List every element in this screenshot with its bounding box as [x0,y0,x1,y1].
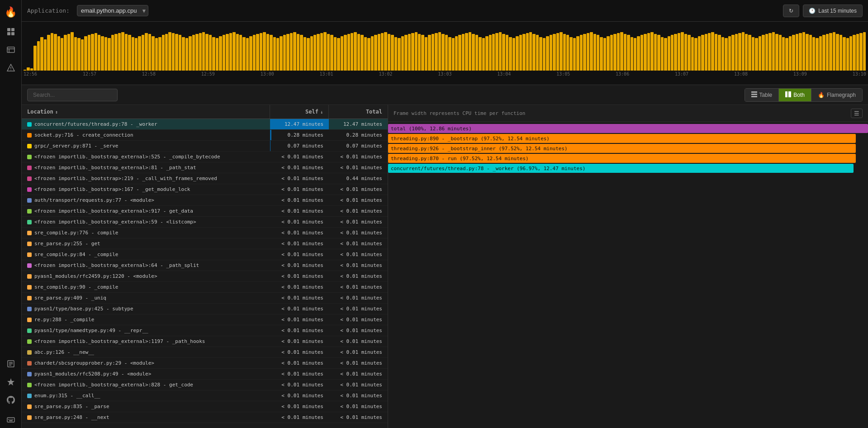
flame-bar[interactable]: total (100%, 12.86 minutes) [388,124,868,133]
view-both-button[interactable]: Both [779,89,811,101]
cell-location: sre_compile.py:776 - compile [22,228,270,238]
app-select[interactable]: email.python.app.cpu other.app [77,5,148,16]
timeline-bar [607,36,609,71]
view-flamegraph-label: Flamegraph [827,92,856,98]
table-row[interactable]: <frozen importlib._bootstrap>:167 - _get… [22,184,388,195]
sidebar-item-keyboard[interactable] [3,412,19,428]
timeline-bar [816,38,818,71]
timeline-bar [674,34,677,71]
table-row[interactable]: <frozen importlib._bootstrap>:219 - _cal… [22,173,388,184]
sidebar-item-dashboard[interactable] [3,24,19,40]
timeline-chart[interactable] [22,25,868,71]
timeline-bar [526,33,529,71]
refresh-icon: ↻ [789,8,793,14]
view-flamegraph-button[interactable]: 🔥 Flamegraph [811,89,862,101]
col-self-label: Self [305,109,318,115]
flamegraph-menu-button[interactable]: ☰ [851,109,863,118]
view-table-button[interactable]: Table [745,89,779,101]
table-row[interactable]: pyasn1_modules/rfc5208.py:49 - <module><… [22,369,388,380]
timeline-bar [556,33,559,71]
timeline-label: 13:01 [320,71,333,76]
table-row[interactable]: sre_parse.py:835 - _parse< 0.01 minutes<… [22,401,388,412]
flame-bar[interactable]: threading.py:870 - run (97.52%, 12.54 mi… [388,154,856,163]
col-header-total[interactable]: Total [329,105,388,119]
timeline-bar [283,35,286,71]
time-range-button[interactable]: 🕐 Last 15 minutes [803,5,863,17]
table-row[interactable]: pyasn1/type/namedtype.py:49 - __repr__< … [22,325,388,336]
timeline-bar [681,32,683,71]
timeline-bar [168,32,171,71]
cell-total: < 0.01 minutes [329,293,388,303]
cell-location: pyasn1_modules/rfc2459.py:1220 - <module… [22,271,270,281]
timeline-bar [728,36,731,71]
cell-total: < 0.01 minutes [329,282,388,292]
timeline-bar [748,35,751,71]
flame-bar[interactable]: threading.py:890 - _bootstrap (97.52%, 1… [388,134,856,143]
svg-rect-20 [751,91,757,93]
timeline-bar [863,32,866,71]
timeline-bar [502,34,505,71]
timeline-bar [644,34,646,71]
timeline-bar [560,32,562,71]
timeline-bar [142,35,144,71]
table-row[interactable]: chardet/sbcsgroupprober.py:29 - <module>… [22,358,388,369]
timeline-bar [232,32,235,71]
sidebar-item-explore[interactable] [3,42,19,58]
table-row[interactable]: socket.py:716 - create_connection0.28 mi… [22,130,388,141]
table-row[interactable]: <frozen importlib._bootstrap_external>:1… [22,336,388,347]
table-row[interactable]: sre_parse.py:409 - _uniq< 0.01 minutes< … [22,293,388,304]
timeline-bar [664,38,667,71]
table-row[interactable]: pyasn1/type/base.py:425 - subtype< 0.01 … [22,304,388,314]
table-row[interactable]: sre_compile.py:90 - _compile< 0.01 minut… [22,282,388,293]
self-value: < 0.01 minutes [281,295,323,301]
table-row[interactable]: <frozen importlib._bootstrap_external>:6… [22,260,388,271]
svg-rect-24 [788,91,791,97]
table-row[interactable]: <frozen importlib._bootstrap_external>:8… [22,380,388,390]
cell-total: < 0.01 minutes [329,401,388,412]
location-color-dot [27,155,32,159]
sidebar-item-plugins[interactable] [3,374,19,390]
table-row[interactable]: enum.py:315 - __call__< 0.01 minutes< 0.… [22,390,388,401]
flame-bar[interactable]: concurrent/futures/thread.py:78 - _worke… [388,164,854,173]
table-row[interactable]: sre_compile.py:84 - _compile< 0.01 minut… [22,249,388,260]
cell-location: re.py:288 - _compile [22,314,270,325]
timeline-bar [448,37,451,71]
controls-row: Table Both 🔥 Flamegraph [22,85,868,105]
table-row[interactable]: re.py:288 - _compile< 0.01 minutes< 0.01… [22,314,388,325]
timeline-labels: 12:5612:5712:5812:5913:0013:0113:0213:03… [22,71,868,77]
table-row[interactable]: sre_parse.py:248 - __next< 0.01 minutes<… [22,412,388,423]
search-input[interactable] [27,89,118,101]
table-row[interactable]: auth/transport/requests.py:77 - <module>… [22,195,388,206]
timeline-bar [583,34,586,71]
cell-total: < 0.01 minutes [329,358,388,368]
table-row[interactable]: grpc/_server.py:871 - _serve0.07 minutes… [22,141,388,152]
timeline-bar [223,35,225,71]
main-content: Application: email.python.app.cpu other.… [22,0,868,428]
table-row[interactable]: <frozen importlib._bootstrap_external>:9… [22,206,388,217]
table-row[interactable]: sre_parse.py:255 - get< 0.01 minutes< 0.… [22,238,388,249]
table-row[interactable]: concurrent/futures/thread.py:78 - _worke… [22,119,388,130]
col-header-self[interactable]: Self ↓ [270,105,329,119]
timeline-bar [546,36,549,71]
location-text: enum.py:315 - __call__ [34,393,100,399]
table-row[interactable]: abc.py:126 - __new__< 0.01 minutes< 0.01… [22,347,388,358]
col-header-location[interactable]: Location ↕ [22,105,270,119]
timeline-bar [613,34,616,71]
location-text: auth/transport/requests.py:77 - <module> [34,197,154,203]
table-row[interactable]: <frozen importlib._bootstrap_external>:5… [22,152,388,162]
table-row[interactable]: <frozen importlib._bootstrap_external>:8… [22,162,388,173]
refresh-button[interactable]: ↻ [783,5,799,17]
table-row[interactable]: pyasn1_modules/rfc2459.py:1220 - <module… [22,271,388,282]
timeline-bar [694,38,697,71]
sidebar-item-alerts[interactable] [3,60,19,76]
timeline-bar [337,38,340,71]
table-row[interactable]: <frozen importlib._bootstrap_external>:5… [22,217,388,228]
table-row[interactable]: sre_compile.py:776 - compile< 0.01 minut… [22,228,388,238]
sidebar-item-github[interactable] [3,392,19,408]
svg-rect-4 [7,47,14,52]
flamegraph-content[interactable]: total (100%, 12.86 minutes)threading.py:… [388,122,868,428]
sidebar-item-logs[interactable] [3,356,19,372]
flame-bar[interactable]: threading.py:926 - _bootstrap_inner (97.… [388,144,856,153]
timeline-bar [428,35,431,71]
svg-rect-23 [785,91,787,97]
